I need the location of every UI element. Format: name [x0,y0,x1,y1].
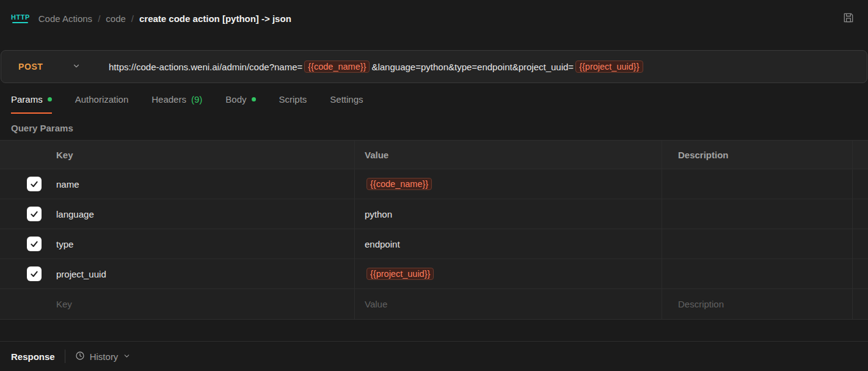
breadcrumb-separator: / [131,13,134,24]
param-value[interactable]: endpoint [354,229,662,259]
tab-params-label: Params [11,94,43,105]
params-active-dot [48,97,52,101]
param-key[interactable]: language [49,199,354,229]
headers-count-badge: (9) [191,94,202,105]
param-key[interactable]: project_uuid [49,259,354,288]
row-checkbox[interactable] [27,207,42,221]
table-row: language python [0,199,868,229]
breadcrumb-collection[interactable]: Code Actions [38,13,92,24]
breadcrumb-separator: / [98,13,100,24]
param-description-placeholder[interactable]: Description [662,289,852,319]
tab-settings[interactable]: Settings [330,94,363,114]
param-key[interactable]: type [49,229,354,259]
param-description[interactable] [662,199,852,229]
param-key-placeholder[interactable]: Key [49,289,354,319]
table-row: project_uuid {{project_uuid}} [0,259,868,289]
row-end-cell [852,289,868,319]
placeholder-checkbox-cell [0,289,49,319]
tab-body-label: Body [225,94,246,105]
param-value-variable[interactable]: {{code_name}} [367,178,432,190]
response-bar: Response History [0,341,868,371]
app-window: HTTP Code Actions / code / create code a… [0,0,868,371]
url-segment: &language=python&type=endpoint&project_u… [371,62,574,72]
body-active-dot [252,97,256,101]
tab-authorization-label: Authorization [75,94,129,105]
chevron-down-icon [123,351,131,362]
tab-scripts-label: Scripts [279,94,307,105]
response-label[interactable]: Response [11,351,55,362]
tab-settings-label: Settings [330,94,363,105]
history-label: History [90,351,119,362]
save-button[interactable] [840,9,857,28]
chevron-down-icon [72,62,81,72]
table-header-row: Key Value Description [0,141,868,169]
table-row: name {{code_name}} [0,169,868,199]
http-logo-underline [12,22,28,23]
tab-headers-label: Headers [151,94,186,105]
row-end-cell [852,169,868,199]
tab-body[interactable]: Body [225,94,255,114]
param-value[interactable]: {{project_uuid}} [354,259,662,288]
param-description[interactable] [662,259,852,288]
param-key[interactable]: name [49,169,354,199]
row-checkbox[interactable] [27,237,42,251]
column-header-value: Value [354,141,662,169]
param-value-placeholder[interactable]: Value [354,289,662,319]
param-value-variable[interactable]: {{project_uuid}} [367,268,434,280]
request-url-bar: POST https://code-actions.weni.ai/admin/… [1,50,867,83]
top-bar: HTTP Code Actions / code / create code a… [0,0,868,37]
method-label: POST [18,62,43,72]
query-params-table: Key Value Description name {{code_name}} [0,140,868,320]
tab-headers[interactable]: Headers (9) [151,94,202,114]
param-value[interactable]: {{code_name}} [354,169,662,199]
footer-divider [65,350,65,363]
tab-params[interactable]: Params [11,94,52,114]
param-description[interactable] [662,229,852,259]
url-variable-project-uuid[interactable]: {{project_uuid}} [575,61,643,73]
param-description[interactable] [662,169,852,199]
row-end-cell [852,229,868,259]
request-tabs: Params Authorization Headers (9) Body Sc… [0,83,868,114]
row-checkbox[interactable] [27,266,42,281]
row-end-cell [852,199,868,229]
table-row: type endpoint [0,229,868,259]
query-params-title: Query Params [11,123,857,133]
row-end-cell [852,259,868,288]
http-logo-text: HTTP [11,13,30,21]
table-placeholder-row: Key Value Description [0,289,868,319]
history-dropdown[interactable]: History [75,351,131,362]
column-header-description: Description [662,141,852,169]
tab-scripts[interactable]: Scripts [279,94,307,114]
method-selector[interactable]: POST [1,62,93,72]
history-clock-icon [75,351,85,362]
breadcrumb: Code Actions / code / create code action… [38,13,291,24]
url-variable-code-name[interactable]: {{code_name}} [304,61,370,73]
url-segment: https://code-actions.weni.ai/admin/code?… [109,62,302,72]
column-header-key: Key [49,141,354,169]
header-checkbox-cell [0,141,49,169]
param-value[interactable]: python [354,199,662,229]
row-checkbox[interactable] [27,177,42,191]
http-request-logo: HTTP [11,13,30,23]
tab-authorization[interactable]: Authorization [75,94,129,114]
header-end-cell [852,141,868,169]
save-icon [842,12,855,26]
request-title[interactable]: create code action [python] -> json [139,13,291,24]
url-input[interactable]: https://code-actions.weni.ai/admin/code?… [93,61,645,73]
breadcrumb-folder[interactable]: code [106,13,126,24]
